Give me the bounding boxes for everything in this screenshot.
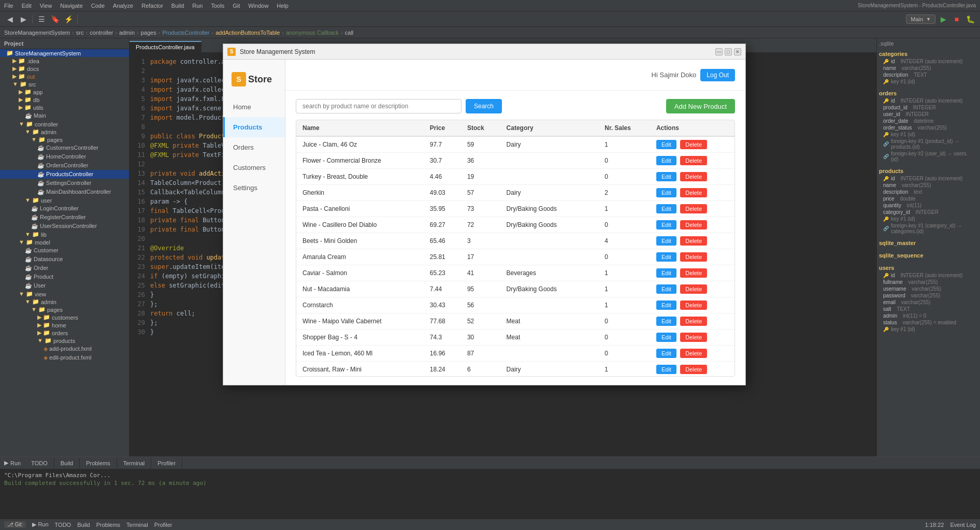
edit-button[interactable]: Edit [656,236,676,246]
tree-item-out[interactable]: ▶ 📁 out [0,73,129,80]
project-header[interactable]: Project [0,38,129,49]
menu-edit[interactable]: Edit [22,3,32,9]
tree-item-home-view[interactable]: ▶ 📁 home [0,321,129,329]
tree-item-user-model[interactable]: ☕ User [0,281,129,290]
menu-run[interactable]: Run [192,3,203,9]
tree-item-app[interactable]: ▶ 📁 app [0,88,129,96]
nav-item-products[interactable]: Products [223,117,285,137]
run-tab-label[interactable]: Run [10,460,21,466]
edit-button[interactable]: Edit [656,140,676,149]
breadcrumb-method[interactable]: addActionButtonsToTable [215,30,280,36]
tree-item-products-view[interactable]: ▼ 📁 products [0,337,129,345]
tree-item-view[interactable]: ▼ 📁 view [0,290,129,298]
tree-item-main[interactable]: ☕ Main [0,111,129,120]
menu-analyze[interactable]: Analyze [113,3,133,9]
breadcrumb-src[interactable]: src [76,30,84,36]
tab-terminal[interactable]: Terminal [117,458,152,468]
tree-item-pages-view[interactable]: ▼ 📁 pages [0,306,129,313]
tree-item-admin-ctrl[interactable]: ▼ 📁 admin [0,128,129,136]
tree-item-docs[interactable]: ▶ 📁 docs [0,65,129,73]
tree-item-model[interactable]: ▼ 📁 model [0,238,129,246]
breadcrumb-admin[interactable]: admin [119,30,135,36]
edit-button[interactable]: Edit [656,317,676,326]
toolbar-run-btn[interactable]: ▶ [938,13,949,25]
nav-item-customers[interactable]: Customers [223,157,285,178]
tree-item-usersession-ctrl[interactable]: ☕ UserSessionController [0,222,129,231]
window-minimize-btn[interactable]: — [715,48,723,55]
menu-build[interactable]: Build [171,3,184,9]
delete-button[interactable]: Delete [680,156,707,165]
toolbar-format-btn[interactable]: ⚡ [63,13,74,25]
tree-item-db[interactable]: ▶ 📁 db [0,96,129,104]
search-button[interactable]: Search [466,99,502,113]
tab-problems[interactable]: Problems [80,458,117,468]
tree-item-storemagementsystem[interactable]: 📁 StoreManagementSystem [0,49,129,57]
menu-window[interactable]: Window [248,3,268,9]
tree-item-order-model[interactable]: ☕ Order [0,264,129,273]
tree-item-user-ctrl[interactable]: ▼ 📁 user [0,196,129,204]
nav-item-orders[interactable]: Orders [223,137,285,157]
menu-file[interactable]: File [4,3,13,9]
edit-button[interactable]: Edit [656,333,676,342]
tree-item-products-ctrl[interactable]: ☕ ProductsController [0,170,129,179]
edit-button[interactable]: Edit [656,284,676,294]
window-maximize-btn[interactable]: □ [725,48,732,55]
delete-button[interactable]: Delete [680,204,707,213]
build-status[interactable]: Build [77,522,90,528]
tree-item-login-ctrl[interactable]: ☕ LoginController [0,204,129,213]
logout-button[interactable]: Log Out [700,69,735,81]
edit-button[interactable]: Edit [656,252,676,262]
delete-button[interactable]: Delete [680,349,707,358]
tab-products-controller[interactable]: ProductsController.java [129,41,201,52]
menu-tools[interactable]: Tools [211,3,224,9]
add-new-product-button[interactable]: Add New Product [666,99,735,113]
tree-item-register-ctrl[interactable]: ☕ RegisterController [0,213,129,222]
tree-item-pages-ctrl[interactable]: ▼ 📁 pages [0,136,129,144]
edit-button[interactable]: Edit [656,188,676,197]
problems-status[interactable]: Problems [96,522,120,528]
edit-button[interactable]: Edit [656,300,676,310]
toolbar-bookmark-btn[interactable]: 🔖 [49,13,61,25]
profiler-status[interactable]: Profiler [154,522,172,528]
menu-code[interactable]: Code [91,3,105,9]
edit-button[interactable]: Edit [656,172,676,181]
delete-button[interactable]: Delete [680,252,707,262]
delete-button[interactable]: Delete [680,188,707,197]
tree-item-maindash-ctrl[interactable]: ☕ MainDashboardController [0,188,129,196]
tree-item-admin-view[interactable]: ▼ 📁 admin [0,298,129,306]
tree-item-home-ctrl[interactable]: ☕ HomeController [0,152,129,161]
edit-button[interactable]: Edit [656,204,676,213]
edit-button[interactable]: Edit [656,365,676,374]
edit-button[interactable]: Edit [656,268,676,278]
menu-refactor[interactable]: Refactor [141,3,163,9]
tree-item-utils[interactable]: ▶ 📁 utils [0,104,129,111]
git-status[interactable]: ⎇ Git: [4,521,26,528]
run-status[interactable]: ▶ Run [32,521,48,528]
terminal-status[interactable]: Terminal [126,522,148,528]
tree-item-orders-ctrl[interactable]: ☕ OrdersController [0,161,129,170]
tree-item-add-product-fxml[interactable]: ◈ add-product.fxml [0,345,129,353]
tree-item-settings-ctrl[interactable]: ☕ SettingsController [0,179,129,188]
toolbar-stop-btn[interactable]: ■ [951,13,962,25]
tree-item-lib[interactable]: ▼ 📁 lib [0,231,129,238]
delete-button[interactable]: Delete [680,365,707,374]
delete-button[interactable]: Delete [680,236,707,246]
breadcrumb-project[interactable]: StoreManagementSystem [4,30,70,36]
delete-button[interactable]: Delete [680,333,707,342]
tree-item-product-model[interactable]: ☕ Product [0,273,129,281]
toolbar-forward-btn[interactable]: ▶ [18,13,29,25]
tab-build[interactable]: Build [54,458,80,468]
nav-item-home[interactable]: Home [223,97,285,117]
tree-item-datasource-model[interactable]: ☕ Datasource [0,255,129,264]
toolbar-structure-btn[interactable]: ☰ [36,13,47,25]
tree-item-controller[interactable]: ▼ 📁 controller [0,120,129,128]
menu-git[interactable]: Git [233,3,240,9]
run-config-selector[interactable]: Main ▼ [906,15,935,24]
delete-button[interactable]: Delete [680,300,707,310]
delete-button[interactable]: Delete [680,284,707,294]
search-input[interactable] [296,99,462,113]
delete-button[interactable]: Delete [680,140,707,149]
toolbar-back-btn[interactable]: ◀ [4,13,16,25]
breadcrumb-callback[interactable]: anonymous Callback [286,30,339,36]
window-close-btn[interactable]: ✕ [734,48,741,55]
